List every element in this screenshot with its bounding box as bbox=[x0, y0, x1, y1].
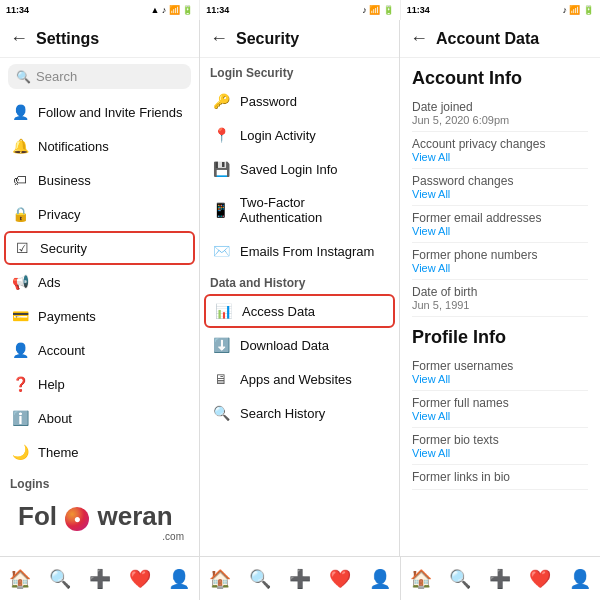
heart-icon-right[interactable]: ❤️ bbox=[529, 568, 551, 590]
login-security-label: Login Security bbox=[200, 58, 399, 84]
access-data-label: Access Data bbox=[242, 304, 315, 319]
login-activity-item[interactable]: 📍 Login Activity bbox=[200, 118, 399, 152]
help-label: Help bbox=[38, 377, 65, 392]
former-email-viewall[interactable]: View All bbox=[412, 225, 588, 237]
menu-item-theme[interactable]: 🌙 Theme bbox=[0, 435, 199, 469]
security-title: Security bbox=[236, 30, 299, 48]
search-history-icon: 🔍 bbox=[210, 405, 232, 421]
account-data-title: Account Data bbox=[436, 30, 539, 48]
account-info-title: Account Info bbox=[412, 58, 588, 95]
former-email-label: Former email addresses bbox=[412, 211, 588, 225]
menu-item-help[interactable]: ❓ Help bbox=[0, 367, 199, 401]
about-label: About bbox=[38, 411, 72, 426]
privacy-changes-label: Account privacy changes bbox=[412, 137, 588, 151]
privacy-changes-viewall[interactable]: View All bbox=[412, 151, 588, 163]
password-changes-viewall[interactable]: View All bbox=[412, 188, 588, 200]
menu-item-about[interactable]: ℹ️ About bbox=[0, 401, 199, 435]
heart-icon-left[interactable]: ❤️ bbox=[129, 568, 151, 590]
account-data-back-button[interactable]: ← bbox=[410, 28, 428, 49]
home-icon-mid[interactable]: 🏠 bbox=[209, 568, 231, 590]
search-icon-right[interactable]: 🔍 bbox=[449, 568, 471, 590]
privacy-icon: 🔒 bbox=[10, 206, 30, 222]
former-fullnames-item: Former full names View All bbox=[412, 391, 588, 428]
account-icon: 👤 bbox=[10, 342, 30, 358]
menu-item-follow[interactable]: 👤 Follow and Invite Friends bbox=[0, 95, 199, 129]
menu-item-business[interactable]: 🏷 Business bbox=[0, 163, 199, 197]
left-nav: 🏠 🔍 ➕ ❤️ 👤 bbox=[0, 557, 200, 600]
password-changes-label: Password changes bbox=[412, 174, 588, 188]
former-bio-item: Former bio texts View All bbox=[412, 428, 588, 465]
former-phone-item: Former phone numbers View All bbox=[412, 243, 588, 280]
ads-icon: 📢 bbox=[10, 274, 30, 290]
search-history-item[interactable]: 🔍 Search History bbox=[200, 396, 399, 430]
saved-login-item[interactable]: 💾 Saved Login Info bbox=[200, 152, 399, 186]
menu-item-privacy[interactable]: 🔒 Privacy bbox=[0, 197, 199, 231]
menu-item-account[interactable]: 👤 Account bbox=[0, 333, 199, 367]
former-fullnames-viewall[interactable]: View All bbox=[412, 410, 588, 422]
home-icon-left[interactable]: 🏠 bbox=[9, 568, 31, 590]
menu-item-notifications[interactable]: 🔔 Notifications bbox=[0, 129, 199, 163]
access-data-icon: 📊 bbox=[212, 303, 234, 319]
former-phone-viewall[interactable]: View All bbox=[412, 262, 588, 274]
saved-login-label: Saved Login Info bbox=[240, 162, 338, 177]
date-joined-item: Date joined Jun 5, 2020 6:09pm bbox=[412, 95, 588, 132]
settings-menu-list: 👤 Follow and Invite Friends 🔔 Notificati… bbox=[0, 95, 199, 556]
download-data-label: Download Data bbox=[240, 338, 329, 353]
search-icon-left[interactable]: 🔍 bbox=[49, 568, 71, 590]
profile-icon-mid[interactable]: 👤 bbox=[369, 568, 391, 590]
apps-websites-icon: 🖥 bbox=[210, 371, 232, 387]
two-factor-label: Two-Factor Authentication bbox=[240, 195, 389, 225]
former-usernames-viewall[interactable]: View All bbox=[412, 373, 588, 385]
security-back-button[interactable]: ← bbox=[210, 28, 228, 49]
menu-item-security[interactable]: ☑ Security bbox=[4, 231, 195, 265]
apps-websites-item[interactable]: 🖥 Apps and Websites bbox=[200, 362, 399, 396]
home-icon-right[interactable]: 🏠 bbox=[410, 568, 432, 590]
password-changes-item: Password changes View All bbox=[412, 169, 588, 206]
download-data-item[interactable]: ⬇️ Download Data bbox=[200, 328, 399, 362]
search-bar[interactable]: 🔍 Search bbox=[8, 64, 191, 89]
login-activity-label: Login Activity bbox=[240, 128, 316, 143]
menu-item-payments[interactable]: 💳 Payments bbox=[0, 299, 199, 333]
password-icon: 🔑 bbox=[210, 93, 232, 109]
settings-header: ← Settings bbox=[0, 20, 199, 58]
former-bio-viewall[interactable]: View All bbox=[412, 447, 588, 459]
password-label: Password bbox=[240, 94, 297, 109]
emails-icon: ✉️ bbox=[210, 243, 232, 259]
password-item[interactable]: 🔑 Password bbox=[200, 84, 399, 118]
add-icon-left[interactable]: ➕ bbox=[89, 568, 111, 590]
profile-icon-left[interactable]: 👤 bbox=[168, 568, 190, 590]
notifications-icon: 🔔 bbox=[10, 138, 30, 154]
add-icon-right[interactable]: ➕ bbox=[489, 568, 511, 590]
privacy-changes-item: Account privacy changes View All bbox=[412, 132, 588, 169]
account-data-header: ← Account Data bbox=[400, 20, 600, 58]
business-icon: 🏷 bbox=[10, 172, 30, 188]
theme-icon: 🌙 bbox=[10, 444, 30, 460]
settings-panel: ← Settings 🔍 Search 👤 Follow and Invite … bbox=[0, 20, 200, 556]
access-data-item[interactable]: 📊 Access Data bbox=[204, 294, 395, 328]
privacy-label: Privacy bbox=[38, 207, 81, 222]
download-data-icon: ⬇️ bbox=[210, 337, 232, 353]
search-input[interactable]: Search bbox=[36, 69, 77, 84]
profile-icon-right[interactable]: 👤 bbox=[569, 568, 591, 590]
security-icon: ☑ bbox=[12, 240, 32, 256]
saved-login-icon: 💾 bbox=[210, 161, 232, 177]
former-phone-label: Former phone numbers bbox=[412, 248, 588, 262]
business-label: Business bbox=[38, 173, 91, 188]
two-factor-item[interactable]: 📱 Two-Factor Authentication bbox=[200, 186, 399, 234]
account-data-panel: ← Account Data Account Info Date joined … bbox=[400, 20, 600, 556]
search-icon-mid[interactable]: 🔍 bbox=[249, 568, 271, 590]
settings-back-button[interactable]: ← bbox=[10, 28, 28, 49]
bottom-navigation: 🏠 🔍 ➕ ❤️ 👤 🏠 🔍 ➕ ❤️ 👤 🏠 🔍 ➕ ❤️ 👤 bbox=[0, 556, 600, 600]
date-joined-value: Jun 5, 2020 6:09pm bbox=[412, 114, 588, 126]
add-icon-mid[interactable]: ➕ bbox=[289, 568, 311, 590]
date-birth-value: Jun 5, 1991 bbox=[412, 299, 588, 311]
emails-label: Emails From Instagram bbox=[240, 244, 374, 259]
follow-label: Follow and Invite Friends bbox=[38, 105, 183, 120]
heart-icon-mid[interactable]: ❤️ bbox=[329, 568, 351, 590]
menu-item-ads[interactable]: 📢 Ads bbox=[0, 265, 199, 299]
ads-label: Ads bbox=[38, 275, 60, 290]
search-icon: 🔍 bbox=[16, 70, 31, 84]
account-label: Account bbox=[38, 343, 85, 358]
emails-item[interactable]: ✉️ Emails From Instagram bbox=[200, 234, 399, 268]
apps-websites-label: Apps and Websites bbox=[240, 372, 352, 387]
